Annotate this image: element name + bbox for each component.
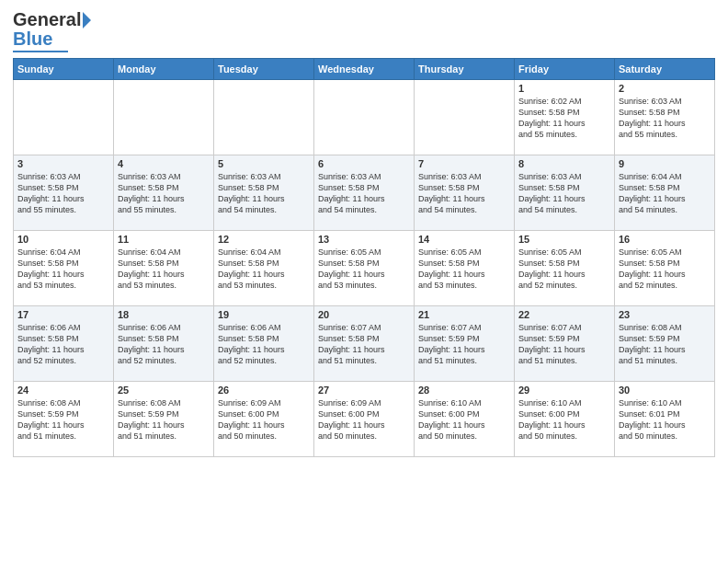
weekday-header-thursday: Thursday bbox=[415, 59, 515, 80]
logo-underline bbox=[13, 51, 68, 52]
week-row-4: 17Sunrise: 6:06 AM Sunset: 5:58 PM Dayli… bbox=[14, 306, 715, 382]
day-number: 15 bbox=[518, 234, 610, 245]
day-cell-1: 1Sunrise: 6:02 AM Sunset: 5:58 PM Daylig… bbox=[515, 80, 615, 155]
week-row-2: 3Sunrise: 6:03 AM Sunset: 5:58 PM Daylig… bbox=[14, 155, 715, 231]
cell-content: Sunrise: 6:04 AM Sunset: 5:58 PM Dayligh… bbox=[17, 247, 109, 292]
page: General Blue SundayMondayTuesdayWednesda… bbox=[0, 0, 728, 563]
cell-content: Sunrise: 6:10 AM Sunset: 6:00 PM Dayligh… bbox=[418, 397, 510, 442]
empty-cell bbox=[214, 80, 314, 155]
day-number: 6 bbox=[318, 158, 410, 169]
cell-content: Sunrise: 6:08 AM Sunset: 5:59 PM Dayligh… bbox=[118, 397, 210, 442]
calendar-table: SundayMondayTuesdayWednesdayThursdayFrid… bbox=[13, 58, 715, 457]
empty-cell bbox=[314, 80, 415, 155]
cell-content: Sunrise: 6:03 AM Sunset: 5:58 PM Dayligh… bbox=[318, 171, 410, 216]
cell-content: Sunrise: 6:04 AM Sunset: 5:58 PM Dayligh… bbox=[619, 171, 711, 216]
day-number: 7 bbox=[418, 158, 510, 169]
day-cell-15: 15Sunrise: 6:05 AM Sunset: 5:58 PM Dayli… bbox=[515, 231, 615, 306]
cell-content: Sunrise: 6:07 AM Sunset: 5:59 PM Dayligh… bbox=[418, 322, 510, 367]
cell-content: Sunrise: 6:06 AM Sunset: 5:58 PM Dayligh… bbox=[218, 322, 310, 367]
day-cell-4: 4Sunrise: 6:03 AM Sunset: 5:58 PM Daylig… bbox=[114, 155, 214, 231]
day-number: 13 bbox=[318, 234, 410, 245]
cell-content: Sunrise: 6:03 AM Sunset: 5:58 PM Dayligh… bbox=[418, 171, 510, 216]
day-number: 29 bbox=[518, 385, 610, 396]
day-cell-13: 13Sunrise: 6:05 AM Sunset: 5:58 PM Dayli… bbox=[314, 231, 415, 306]
cell-content: Sunrise: 6:07 AM Sunset: 5:58 PM Dayligh… bbox=[318, 322, 410, 367]
day-cell-30: 30Sunrise: 6:10 AM Sunset: 6:01 PM Dayli… bbox=[615, 382, 715, 457]
day-number: 30 bbox=[619, 385, 711, 396]
day-cell-7: 7Sunrise: 6:03 AM Sunset: 5:58 PM Daylig… bbox=[415, 155, 515, 231]
cell-content: Sunrise: 6:05 AM Sunset: 5:58 PM Dayligh… bbox=[418, 247, 510, 292]
day-cell-10: 10Sunrise: 6:04 AM Sunset: 5:58 PM Dayli… bbox=[14, 231, 114, 306]
cell-content: Sunrise: 6:04 AM Sunset: 5:58 PM Dayligh… bbox=[118, 247, 210, 292]
day-number: 27 bbox=[318, 385, 410, 396]
day-number: 8 bbox=[518, 158, 610, 169]
cell-content: Sunrise: 6:08 AM Sunset: 5:59 PM Dayligh… bbox=[619, 322, 711, 367]
day-number: 26 bbox=[218, 385, 310, 396]
day-cell-12: 12Sunrise: 6:04 AM Sunset: 5:58 PM Dayli… bbox=[214, 231, 314, 306]
cell-content: Sunrise: 6:06 AM Sunset: 5:58 PM Dayligh… bbox=[17, 322, 109, 367]
day-cell-18: 18Sunrise: 6:06 AM Sunset: 5:58 PM Dayli… bbox=[114, 306, 214, 382]
cell-content: Sunrise: 6:09 AM Sunset: 6:00 PM Dayligh… bbox=[218, 397, 310, 442]
cell-content: Sunrise: 6:09 AM Sunset: 6:00 PM Dayligh… bbox=[318, 397, 410, 442]
cell-content: Sunrise: 6:07 AM Sunset: 5:59 PM Dayligh… bbox=[518, 322, 610, 367]
day-number: 24 bbox=[17, 385, 109, 396]
day-number: 1 bbox=[518, 83, 610, 94]
day-number: 22 bbox=[518, 309, 610, 320]
day-cell-3: 3Sunrise: 6:03 AM Sunset: 5:58 PM Daylig… bbox=[14, 155, 114, 231]
day-number: 28 bbox=[418, 385, 510, 396]
day-cell-23: 23Sunrise: 6:08 AM Sunset: 5:59 PM Dayli… bbox=[615, 306, 715, 382]
day-cell-16: 16Sunrise: 6:05 AM Sunset: 5:58 PM Dayli… bbox=[615, 231, 715, 306]
day-number: 4 bbox=[118, 158, 210, 169]
day-number: 19 bbox=[218, 309, 310, 320]
day-cell-6: 6Sunrise: 6:03 AM Sunset: 5:58 PM Daylig… bbox=[314, 155, 415, 231]
day-cell-27: 27Sunrise: 6:09 AM Sunset: 6:00 PM Dayli… bbox=[314, 382, 415, 457]
cell-content: Sunrise: 6:05 AM Sunset: 5:58 PM Dayligh… bbox=[619, 247, 711, 292]
cell-content: Sunrise: 6:03 AM Sunset: 5:58 PM Dayligh… bbox=[17, 171, 109, 216]
day-number: 16 bbox=[619, 234, 711, 245]
cell-content: Sunrise: 6:06 AM Sunset: 5:58 PM Dayligh… bbox=[118, 322, 210, 367]
day-cell-22: 22Sunrise: 6:07 AM Sunset: 5:59 PM Dayli… bbox=[515, 306, 615, 382]
logo: General Blue bbox=[13, 9, 91, 52]
day-number: 17 bbox=[17, 309, 109, 320]
day-cell-28: 28Sunrise: 6:10 AM Sunset: 6:00 PM Dayli… bbox=[415, 382, 515, 457]
day-number: 5 bbox=[218, 158, 310, 169]
cell-content: Sunrise: 6:05 AM Sunset: 5:58 PM Dayligh… bbox=[518, 247, 610, 292]
day-number: 20 bbox=[318, 309, 410, 320]
day-number: 10 bbox=[17, 234, 109, 245]
week-row-3: 10Sunrise: 6:04 AM Sunset: 5:58 PM Dayli… bbox=[14, 231, 715, 306]
weekday-header-wednesday: Wednesday bbox=[314, 59, 415, 80]
logo-general: General bbox=[13, 9, 81, 30]
day-number: 2 bbox=[619, 83, 711, 94]
empty-cell bbox=[114, 80, 214, 155]
cell-content: Sunrise: 6:02 AM Sunset: 5:58 PM Dayligh… bbox=[518, 96, 610, 141]
day-number: 21 bbox=[418, 309, 510, 320]
day-cell-8: 8Sunrise: 6:03 AM Sunset: 5:58 PM Daylig… bbox=[515, 155, 615, 231]
day-cell-17: 17Sunrise: 6:06 AM Sunset: 5:58 PM Dayli… bbox=[14, 306, 114, 382]
cell-content: Sunrise: 6:03 AM Sunset: 5:58 PM Dayligh… bbox=[118, 171, 210, 216]
day-cell-14: 14Sunrise: 6:05 AM Sunset: 5:58 PM Dayli… bbox=[415, 231, 515, 306]
weekday-header-monday: Monday bbox=[114, 59, 214, 80]
day-number: 11 bbox=[118, 234, 210, 245]
day-number: 9 bbox=[619, 158, 711, 169]
weekday-header-sunday: Sunday bbox=[14, 59, 114, 80]
day-cell-5: 5Sunrise: 6:03 AM Sunset: 5:58 PM Daylig… bbox=[214, 155, 314, 231]
day-cell-20: 20Sunrise: 6:07 AM Sunset: 5:58 PM Dayli… bbox=[314, 306, 415, 382]
day-number: 18 bbox=[118, 309, 210, 320]
day-cell-21: 21Sunrise: 6:07 AM Sunset: 5:59 PM Dayli… bbox=[415, 306, 515, 382]
cell-content: Sunrise: 6:05 AM Sunset: 5:58 PM Dayligh… bbox=[318, 247, 410, 292]
empty-cell bbox=[14, 80, 114, 155]
day-cell-19: 19Sunrise: 6:06 AM Sunset: 5:58 PM Dayli… bbox=[214, 306, 314, 382]
day-number: 23 bbox=[619, 309, 711, 320]
week-row-5: 24Sunrise: 6:08 AM Sunset: 5:59 PM Dayli… bbox=[14, 382, 715, 457]
cell-content: Sunrise: 6:10 AM Sunset: 6:00 PM Dayligh… bbox=[518, 397, 610, 442]
cell-content: Sunrise: 6:03 AM Sunset: 5:58 PM Dayligh… bbox=[518, 171, 610, 216]
logo-triangle-icon bbox=[83, 12, 91, 29]
week-row-1: 1Sunrise: 6:02 AM Sunset: 5:58 PM Daylig… bbox=[14, 80, 715, 155]
day-number: 25 bbox=[118, 385, 210, 396]
day-cell-2: 2Sunrise: 6:03 AM Sunset: 5:58 PM Daylig… bbox=[615, 80, 715, 155]
cell-content: Sunrise: 6:04 AM Sunset: 5:58 PM Dayligh… bbox=[218, 247, 310, 292]
weekday-header-friday: Friday bbox=[515, 59, 615, 80]
weekday-header-saturday: Saturday bbox=[615, 59, 715, 80]
logo-blue: Blue bbox=[13, 29, 52, 50]
day-number: 12 bbox=[218, 234, 310, 245]
